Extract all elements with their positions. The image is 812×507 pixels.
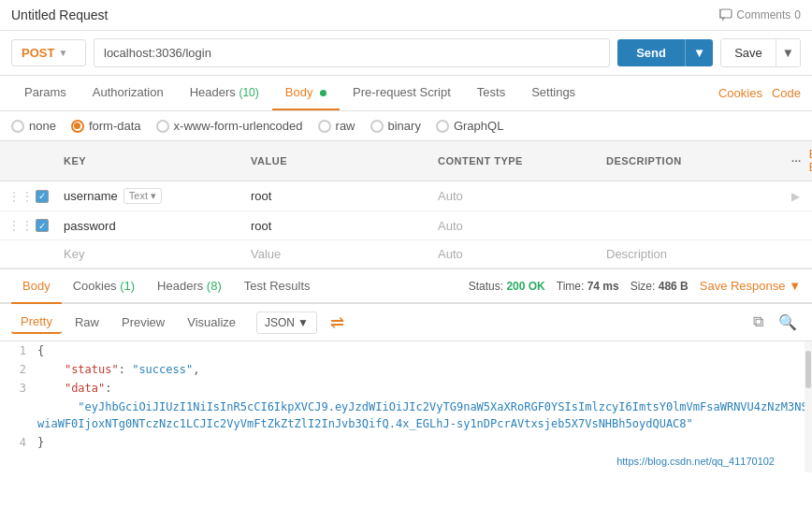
checkbox-icon[interactable] [36, 219, 49, 232]
radio-graphql-label: GraphQL [454, 119, 503, 133]
line-content-4: } [37, 434, 812, 451]
line-num-3: 3 [0, 380, 37, 395]
resp-tab-test-results[interactable]: Test Results [233, 269, 322, 304]
radio-binary-label: binary [388, 119, 421, 133]
tab-authorization[interactable]: Authorization [80, 76, 177, 110]
placeholder-description: Description [599, 240, 784, 268]
row2-content-type: Auto [430, 212, 599, 239]
request-title: Untitled Request [11, 7, 109, 22]
scroll-thumb[interactable] [805, 351, 811, 388]
tab-tests[interactable]: Tests [464, 76, 518, 110]
send-button[interactable]: Send [617, 39, 685, 66]
resp-tab-headers[interactable]: Headers (8) [146, 269, 233, 304]
response-status: Status: 200 OK Time: 74 ms Size: 486 B S… [469, 279, 801, 293]
svg-rect-0 [720, 9, 732, 18]
key-label: username [64, 189, 118, 203]
placeholder-drag [0, 248, 28, 261]
tab-headers[interactable]: Headers (10) [177, 76, 272, 110]
table-row-placeholder: Key Value Auto Description [0, 240, 812, 268]
json-val-status: "success" [132, 363, 193, 376]
code-line-1: 1 { [0, 341, 812, 360]
resp-tab-body[interactable]: Body [11, 269, 62, 304]
headers-badge: (10) [239, 86, 258, 99]
code-link[interactable]: Code [772, 86, 801, 100]
radio-raw[interactable]: raw [318, 119, 355, 133]
code-content: 1 { 2 "status": "success", 3 "data": "ey… [0, 341, 812, 452]
line-num-3b [0, 398, 37, 400]
radio-none-circle [11, 120, 24, 133]
line-content-3: "data": [37, 380, 812, 397]
radio-graphql[interactable]: GraphQL [436, 119, 503, 133]
save-dropdown-button[interactable]: ▼ [776, 39, 800, 66]
code-line-4: 4 } [0, 433, 812, 452]
tab-body[interactable]: Body [272, 76, 340, 110]
row1-value[interactable]: root [243, 182, 430, 210]
code-tab-raw[interactable]: Raw [65, 311, 109, 333]
tab-settings[interactable]: Settings [518, 76, 588, 110]
cookies-link[interactable]: Cookies [718, 86, 762, 100]
status-label: Status: 200 OK [469, 280, 545, 293]
radio-none[interactable]: none [11, 119, 56, 133]
send-dropdown-button[interactable]: ▼ [685, 39, 713, 66]
method-chevron-icon: ▼ [58, 48, 67, 58]
table-row: ⋮⋮ username Text ▾ root Auto ▶ [0, 181, 812, 211]
placeholder-arrow [784, 248, 812, 261]
th-check [28, 154, 56, 167]
type-badge[interactable]: Text ▾ [123, 188, 162, 204]
row1-description [599, 190, 784, 203]
row2-checkbox[interactable] [28, 212, 56, 239]
nav-right: Cookies Code [718, 86, 801, 100]
format-select[interactable]: JSON ▼ [256, 311, 317, 334]
checkbox-icon[interactable] [36, 190, 49, 203]
format-label: JSON [265, 316, 295, 329]
save-button[interactable]: Save [721, 39, 776, 66]
placeholder-value[interactable]: Value [243, 240, 430, 268]
line-num-2: 2 [0, 361, 37, 376]
copy-icon[interactable]: ⧉ [749, 310, 767, 335]
save-response-button[interactable]: Save Response ▼ [700, 279, 801, 293]
more-icon[interactable]: ··· [791, 155, 802, 167]
watermark: https://blog.csdn.net/qq_41170102 [616, 456, 775, 467]
radio-urlencoded-circle [156, 120, 169, 133]
radio-binary[interactable]: binary [370, 119, 421, 133]
code-tab-visualize[interactable]: Visualize [178, 311, 245, 333]
wrap-button[interactable]: ⇌ [325, 311, 350, 335]
comments-count: 0 [794, 8, 801, 22]
url-bar: POST ▼ Send ▼ Save ▼ [0, 31, 812, 76]
th-key: KEY [56, 149, 243, 173]
radio-form-data[interactable]: form-data [71, 119, 141, 133]
tab-params[interactable]: Params [11, 76, 80, 110]
th-content-type: CONTENT TYPE [430, 149, 599, 173]
radio-raw-circle [318, 120, 331, 133]
method-select[interactable]: POST ▼ [11, 39, 86, 66]
placeholder-checkbox [28, 248, 56, 261]
resp-tab-cookies[interactable]: Cookies (1) [62, 269, 146, 304]
code-tab-pretty[interactable]: Pretty [11, 311, 62, 334]
placeholder-key[interactable]: Key [56, 240, 243, 268]
tab-pre-request[interactable]: Pre-request Script [340, 76, 464, 110]
radio-raw-label: raw [336, 119, 355, 133]
code-tab-preview[interactable]: Preview [112, 311, 174, 333]
line-content-2: "status": "success", [37, 361, 812, 378]
code-tabs: Pretty Raw Preview Visualize JSON ▼ ⇌ ⧉ … [0, 304, 812, 341]
drag-handle: ⋮⋮ [0, 211, 28, 239]
status-code: 200 OK [506, 280, 544, 293]
radio-urlencoded[interactable]: x-www-form-urlencoded [156, 119, 303, 133]
line-content-3b: "eyJhbGciOiJIUzI1NiIsInR5cCI6IkpXVCJ9.ey… [37, 398, 812, 432]
th-value: VALUE [243, 149, 430, 173]
resp-headers-badge: (8) [207, 279, 222, 293]
row1-checkbox[interactable] [28, 183, 56, 210]
size-label: Size: 486 B [631, 280, 689, 293]
comments-icon [719, 8, 732, 22]
th-drag [0, 154, 28, 167]
row2-value[interactable]: root [243, 212, 430, 239]
body-dot [320, 90, 326, 96]
format-chevron-icon: ▼ [297, 316, 309, 329]
placeholder-content-type: Auto [430, 240, 599, 268]
response-tabs: Body Cookies (1) Headers (8) Test Result… [0, 269, 812, 304]
scroll-track[interactable] [805, 341, 812, 472]
th-description: DESCRIPTION [599, 149, 784, 173]
search-icon[interactable]: 🔍 [775, 310, 801, 335]
radio-form-data-circle [71, 120, 84, 133]
url-input[interactable] [94, 38, 610, 67]
